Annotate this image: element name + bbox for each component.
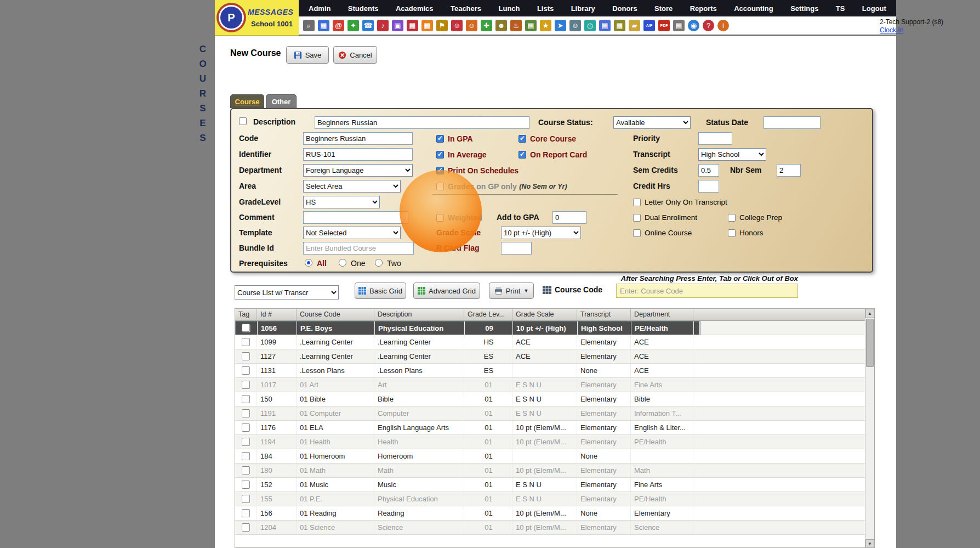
nav-item-ts[interactable]: TS [834,4,847,13]
table-row[interactable]: 120401 ScienceScience0110 pt (Elem/M...E… [235,521,874,535]
grid-vertical-scrollbar[interactable]: ▲ ▼ [865,309,874,548]
clock-icon[interactable]: ◷ [584,20,596,31]
scroll-thumb[interactable] [866,319,874,367]
people-icon[interactable]: ☻ [495,20,507,31]
nav-item-accounting[interactable]: Accounting [732,4,776,13]
code-input[interactable] [303,132,413,145]
sound-icon[interactable]: ♪ [377,20,389,31]
column-header-4[interactable]: Grade Lev... [464,309,512,320]
advanced-grid-button[interactable]: Advanced Grid [413,283,480,299]
comment-input[interactable] [303,211,408,224]
honors-checkbox[interactable] [728,229,736,237]
basic-grid-button[interactable]: Basic Grid [355,283,406,299]
column-header-3[interactable]: Description [374,309,464,320]
description-input[interactable] [315,116,529,129]
info-icon[interactable]: i [717,20,729,31]
tags-icon[interactable]: ✚ [481,20,492,31]
table-row[interactable]: 117601 ELAEnglish Language Arts0110 pt (… [235,421,874,435]
nav-item-teachers[interactable]: Teachers [448,4,483,13]
calendar-red-icon[interactable]: ▦ [407,20,418,31]
search-icon[interactable]: ⌕ [303,20,315,31]
table-row[interactable]: 18401 HomeroomHomeroom01None [235,449,874,464]
row-tag-checkbox[interactable] [242,495,250,503]
add-to-gpa-input[interactable] [552,211,586,224]
department-select[interactable]: Foreign Language [303,164,413,177]
core-course-checkbox[interactable] [519,135,526,143]
print-button[interactable]: Print ▼ [489,283,534,299]
prereq-two-radio[interactable] [375,259,383,267]
table-row[interactable]: 15001 BibleBible01E S N UElementaryBible [235,392,874,406]
person-red-icon[interactable]: ☺ [451,20,463,31]
course-status-select[interactable]: Available [613,116,691,129]
folder-icon[interactable]: ▰ [629,20,640,31]
table-row[interactable]: 1127.Learning Center.Learning CenterESAC… [235,349,874,364]
grades-gp-only-checkbox[interactable] [436,183,444,190]
nav-item-settings[interactable]: Settings [788,4,821,13]
column-header-0[interactable]: Tag [235,309,257,320]
table-row[interactable]: 18001 MathMath0110 pt (Elem/M...Elementa… [235,464,874,478]
ap-badge-icon[interactable]: A/P [643,20,655,31]
weighted-checkbox[interactable] [436,214,444,222]
table-row[interactable]: 1099.Learning Center.Learning CenterHSAC… [235,335,874,349]
row-tag-checkbox[interactable] [242,366,250,375]
course-code-button[interactable]: Course Code [543,285,602,294]
scroll-down-arrow[interactable]: ▼ [865,539,874,548]
row-tag-checkbox[interactable] [242,409,250,417]
nbr-sem-input[interactable] [777,164,801,177]
course-code-search-input[interactable] [616,284,798,298]
column-header-7[interactable]: Department [631,309,693,320]
column-header-1[interactable]: Id # [257,309,297,320]
nav-item-lists[interactable]: Lists [535,4,556,13]
row-tag-checkbox[interactable] [242,523,250,532]
clock-in-link[interactable]: Clock In [880,26,956,34]
in-average-checkbox[interactable] [436,151,444,159]
sem-credits-input[interactable] [698,164,719,177]
row-tag-checkbox[interactable] [242,466,250,474]
table-row[interactable]: 15201 MusicMusic01E S N UElementaryFine … [235,478,874,492]
grade-scale-select[interactable]: 10 pt +/- (High) [501,227,581,239]
template-select[interactable]: Not Selected [303,227,401,239]
on-report-card-checkbox[interactable] [519,151,526,159]
priority-input[interactable] [698,132,732,145]
college-prep-checkbox[interactable] [728,214,736,222]
person-add-icon[interactable]: ☺ [466,20,477,31]
table-row[interactable]: 15501 P.E.Physical Education01E S N UEle… [235,492,874,506]
grade-level-select[interactable]: HS [303,196,380,208]
dual-enrollment-checkbox[interactable] [633,214,641,222]
row-tag-checkbox[interactable] [242,395,250,403]
nav-item-academics[interactable]: Academics [394,4,436,13]
column-header-5[interactable]: Grade Scale [512,309,577,320]
mobile-icon[interactable]: ☎ [362,20,374,31]
table-row[interactable]: 119401 HealthHealth0110 pt (Elem/M...Ele… [235,435,874,449]
nav-item-lunch[interactable]: Lunch [497,4,522,13]
table-row[interactable]: 119101 ComputerComputer01E S N UElementa… [235,406,874,421]
r-card-flag-input[interactable] [501,242,532,255]
announcement-icon[interactable]: ⚑ [436,20,448,31]
prereq-one-radio[interactable] [339,259,346,267]
send-icon[interactable]: ➤ [555,20,566,31]
status-date-input[interactable] [764,116,821,129]
row-tag-checkbox[interactable] [242,481,250,489]
description-tag-checkbox[interactable] [239,117,247,125]
chat-icon[interactable]: ✦ [347,20,359,31]
globe-icon[interactable]: ◉ [688,20,699,31]
column-header-2[interactable]: Course Code [297,309,374,320]
view-select[interactable]: Course List w/ Transcr [235,285,339,300]
row-tag-checkbox[interactable] [242,438,250,446]
tab-other[interactable]: Other [266,94,297,108]
bundle-id-input[interactable] [303,242,414,255]
save-button[interactable]: Save [286,46,329,64]
table-row[interactable]: 101701 ArtArt01E S N UElementaryFine Art… [235,378,874,392]
help-icon[interactable]: ? [703,20,714,31]
news-icon[interactable]: ▤ [599,20,611,31]
nav-item-reports[interactable]: Reports [688,4,719,13]
row-tag-checkbox[interactable] [242,352,250,360]
print-on-schedules-checkbox[interactable] [436,167,444,174]
row-tag-checkbox[interactable] [242,452,250,460]
row-tag-checkbox[interactable] [242,381,250,389]
lunch-icon[interactable]: ♨ [510,20,522,31]
calendar-grid-icon[interactable]: ▦ [318,20,329,31]
transcript-select[interactable]: High School [698,148,766,161]
person-gray-icon[interactable]: ☺ [569,20,581,31]
table-row[interactable]: 15601 ReadingReading0110 pt (Elem/M...No… [235,506,874,521]
